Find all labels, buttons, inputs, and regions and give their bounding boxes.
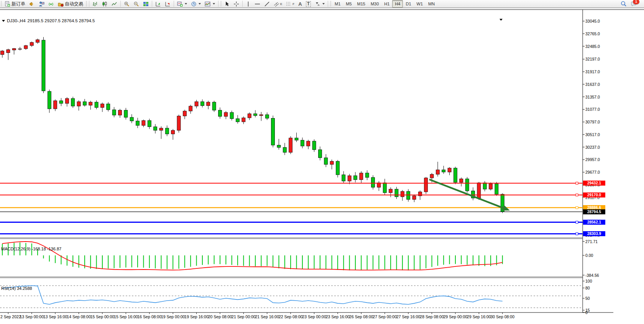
- candle: [189, 106, 192, 111]
- timeframe-button-w1[interactable]: W1: [414, 0, 426, 8]
- candle: [395, 189, 398, 197]
- candle: [71, 99, 75, 106]
- candle: [142, 120, 145, 125]
- equidistant-channel-icon: [274, 1, 280, 7]
- candle: [30, 43, 33, 46]
- timeframe-button-m30[interactable]: M30: [368, 0, 381, 8]
- timeframe-button-m5[interactable]: M5: [343, 0, 354, 8]
- line-chart-icon: [112, 1, 117, 7]
- candle: [371, 178, 375, 187]
- candle: [465, 179, 469, 191]
- chart-title: DJ30-,H4 29185.5 29207.5 28764.5 28794.5: [2, 18, 95, 23]
- candle: [360, 173, 363, 180]
- search-icon: [621, 1, 627, 7]
- search-button[interactable]: [619, 0, 628, 8]
- candle: [389, 189, 393, 192]
- auto-trading-label: 自动交易: [65, 1, 83, 7]
- new-order-icon: [5, 1, 10, 7]
- macd-indicator-label: MACD(12,26,9) -168.18 -136.87: [1, 247, 61, 251]
- cursor-tool-button[interactable]: [223, 0, 231, 8]
- candle: [12, 48, 16, 50]
- periodicity-button[interactable]: [189, 0, 202, 8]
- chat-button[interactable]: 1: [629, 0, 639, 8]
- candle: [177, 116, 181, 130]
- fibonacci-tool-button[interactable]: F: [284, 0, 296, 8]
- candle: [283, 147, 286, 152]
- horizontal-line-tool-button[interactable]: [253, 0, 262, 8]
- text-tool-button[interactable]: A: [297, 0, 303, 8]
- timeframe-button-d1[interactable]: D1: [403, 0, 414, 8]
- tile-windows-icon: [143, 1, 149, 7]
- new-order-label: 新订单: [12, 1, 25, 7]
- timeframe-group: M1M5M15M30H1H4D1W1MN: [332, 0, 437, 8]
- macd-layer: [2, 242, 503, 270]
- candle: [277, 145, 281, 148]
- chart-ohlc-values: 29185.5 29207.5 28764.5 28794.5: [28, 18, 95, 23]
- chart-plot-area[interactable]: [0, 0, 644, 324]
- arrows-tool-button[interactable]: [313, 0, 326, 8]
- terminal-button[interactable]: [37, 0, 46, 8]
- toolbar-separator: [89, 1, 89, 7]
- candle: [495, 184, 498, 194]
- symbol-dropdown-caret-icon[interactable]: [2, 20, 5, 22]
- line-chart-button[interactable]: [110, 0, 119, 8]
- candle: [207, 102, 210, 105]
- candle: [412, 196, 416, 199]
- signal-button[interactable]: [47, 0, 56, 8]
- profiles-button[interactable]: [154, 0, 163, 8]
- candle: [312, 141, 316, 150]
- candle: [301, 140, 304, 146]
- timeframe-button-h4[interactable]: H4: [392, 0, 403, 8]
- candle: [424, 178, 428, 192]
- hline-handle[interactable]: [576, 182, 578, 184]
- time-axis[interactable]: [8, 312, 502, 314]
- candle: [489, 184, 493, 189]
- timeframe-button-mn[interactable]: MN: [426, 0, 437, 8]
- new-order-button[interactable]: 新订单: [3, 0, 27, 8]
- dropdown-caret-icon: [213, 3, 215, 5]
- candle: [195, 102, 198, 106]
- hline-handle[interactable]: [576, 207, 578, 209]
- candle: [95, 102, 98, 107]
- candle: [54, 101, 57, 109]
- crosshair-icon: [233, 1, 239, 7]
- data-window-button[interactable]: [163, 0, 172, 8]
- vertical-line-tool-button[interactable]: [244, 0, 252, 8]
- auto-trading-button[interactable]: 自动交易: [56, 0, 85, 8]
- candle: [383, 183, 386, 193]
- indicators-button[interactable]: [203, 0, 217, 8]
- candle: [112, 110, 116, 115]
- news-button[interactable]: [28, 0, 36, 8]
- candle: [236, 119, 240, 122]
- trendline-tool-button[interactable]: [263, 0, 271, 8]
- timeframe-button-m15[interactable]: M15: [355, 0, 368, 8]
- channel-tool-button[interactable]: E: [272, 0, 284, 8]
- candle: [154, 127, 157, 130]
- new-chart-button[interactable]: [176, 0, 189, 8]
- candle-chart-icon: [102, 1, 108, 7]
- timeframe-button-h1[interactable]: H1: [381, 0, 392, 8]
- price-axis[interactable]: [583, 21, 585, 235]
- text-label-tool-button[interactable]: T: [304, 0, 312, 8]
- clock-icon: [191, 1, 197, 7]
- timeframe-button-m1[interactable]: M1: [332, 0, 343, 8]
- hline-handle[interactable]: [576, 194, 578, 196]
- candle: [324, 158, 328, 164]
- candle: [36, 40, 39, 43]
- zoom-out-button[interactable]: [132, 0, 141, 8]
- candle-chart-button[interactable]: [100, 0, 109, 8]
- bar-chart-button[interactable]: [91, 0, 100, 8]
- hline-handle[interactable]: [576, 221, 578, 224]
- candle: [212, 102, 216, 110]
- candle: [295, 138, 298, 140]
- zoom-in-button[interactable]: [122, 0, 131, 8]
- toolbar: 新订单 自动交易: [0, 0, 644, 8]
- crosshair-tool-button[interactable]: [232, 0, 241, 8]
- candle: [183, 111, 186, 116]
- hline-handle[interactable]: [576, 233, 578, 235]
- tile-windows-button[interactable]: [141, 0, 150, 8]
- candle: [65, 99, 69, 104]
- candle: [100, 104, 104, 107]
- dropdown-caret-icon: [322, 3, 325, 5]
- chart-menu-caret-icon[interactable]: [499, 19, 503, 21]
